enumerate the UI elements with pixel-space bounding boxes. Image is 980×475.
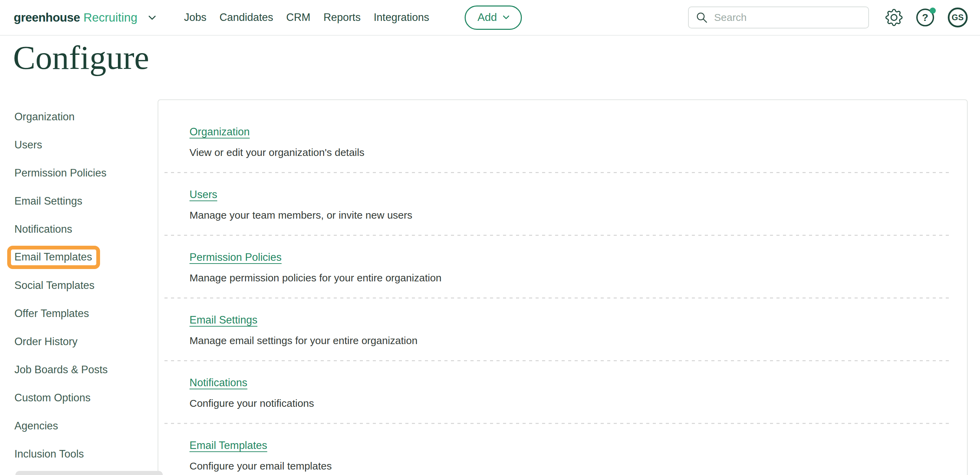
partial-element <box>16 471 163 475</box>
sidebar-item-inclusion-tools[interactable]: Inclusion Tools <box>0 440 157 468</box>
sidebar-item-agencies[interactable]: Agencies <box>0 412 157 440</box>
section-description: Configure your email templates <box>189 459 967 473</box>
nav-item-crm[interactable]: CRM <box>286 11 310 24</box>
avatar-initials: GS <box>951 13 964 22</box>
notification-dot <box>930 8 936 14</box>
chevron-down-icon <box>502 13 511 22</box>
configure-sidebar: OrganizationUsersPermission PoliciesEmai… <box>0 103 157 468</box>
configure-section-notifications: Notifications Configure your notificatio… <box>158 361 967 424</box>
configure-section-email-templates: Email Templates Configure your email tem… <box>158 424 967 475</box>
avatar[interactable]: GS <box>948 8 968 27</box>
section-link-users[interactable]: Users <box>189 188 217 201</box>
section-description: Manage email settings for your entire or… <box>189 334 967 347</box>
main-nav: JobsCandidatesCRMReportsIntegrations <box>184 11 429 24</box>
logo-brand-text: greenhouse <box>14 11 80 24</box>
section-description: View or edit your organization's details <box>189 146 967 159</box>
add-button-label: Add <box>477 11 497 24</box>
greenhouse-logo[interactable]: greenhouse Recruiting <box>14 11 157 24</box>
section-link-organization[interactable]: Organization <box>189 126 250 139</box>
nav-item-integrations[interactable]: Integrations <box>374 11 429 24</box>
sidebar-item-organization[interactable]: Organization <box>0 103 157 131</box>
top-navbar: greenhouse Recruiting JobsCandidatesCRMR… <box>0 0 980 36</box>
section-description: Manage permission policies for your enti… <box>189 271 967 284</box>
nav-item-reports[interactable]: Reports <box>323 11 361 24</box>
sidebar-item-users[interactable]: Users <box>0 131 157 159</box>
section-link-permission-policies[interactable]: Permission Policies <box>189 251 282 264</box>
section-link-email-settings[interactable]: Email Settings <box>189 314 257 327</box>
add-button[interactable]: Add <box>465 5 522 30</box>
chevron-down-icon <box>147 12 157 22</box>
sidebar-item-order-history[interactable]: Order History <box>0 328 157 356</box>
logo-product-text: Recruiting <box>83 11 137 24</box>
configure-section-organization: Organization View or edit your organizat… <box>158 110 967 173</box>
sidebar-item-notifications[interactable]: Notifications <box>0 215 157 243</box>
configure-section-email-settings: Email Settings Manage email settings for… <box>158 298 967 361</box>
section-link-notifications[interactable]: Notifications <box>189 376 247 389</box>
sidebar-item-permission-policies[interactable]: Permission Policies <box>0 159 157 187</box>
section-link-email-templates[interactable]: Email Templates <box>189 439 267 452</box>
section-description: Manage your team members, or invite new … <box>189 209 967 222</box>
gear-icon[interactable] <box>885 9 902 26</box>
help-button[interactable]: ? <box>916 9 934 26</box>
configure-section-users: Users Manage your team members, or invit… <box>158 173 967 236</box>
search-input[interactable] <box>714 12 862 23</box>
sidebar-item-email-settings[interactable]: Email Settings <box>0 187 157 215</box>
section-description: Configure your notifications <box>189 397 967 410</box>
header-icon-cluster: ? GS <box>885 8 968 27</box>
sidebar-item-custom-options[interactable]: Custom Options <box>0 384 157 412</box>
highlight-box: Email Templates <box>7 246 100 269</box>
nav-item-jobs[interactable]: Jobs <box>184 11 206 24</box>
configure-section-permission-policies: Permission Policies Manage permission po… <box>158 236 967 298</box>
sidebar-item-job-boards-posts[interactable]: Job Boards & Posts <box>0 356 157 384</box>
sidebar-item-social-templates[interactable]: Social Templates <box>0 271 157 300</box>
sidebar-item-offer-templates[interactable]: Offer Templates <box>0 300 157 328</box>
search-icon <box>695 11 708 24</box>
global-search[interactable] <box>688 6 869 29</box>
configure-panel: Organization View or edit your organizat… <box>158 99 968 475</box>
sidebar-item-email-templates[interactable]: Email Templates <box>0 243 157 271</box>
page-title: Configure <box>13 38 149 77</box>
nav-item-candidates[interactable]: Candidates <box>219 11 273 24</box>
